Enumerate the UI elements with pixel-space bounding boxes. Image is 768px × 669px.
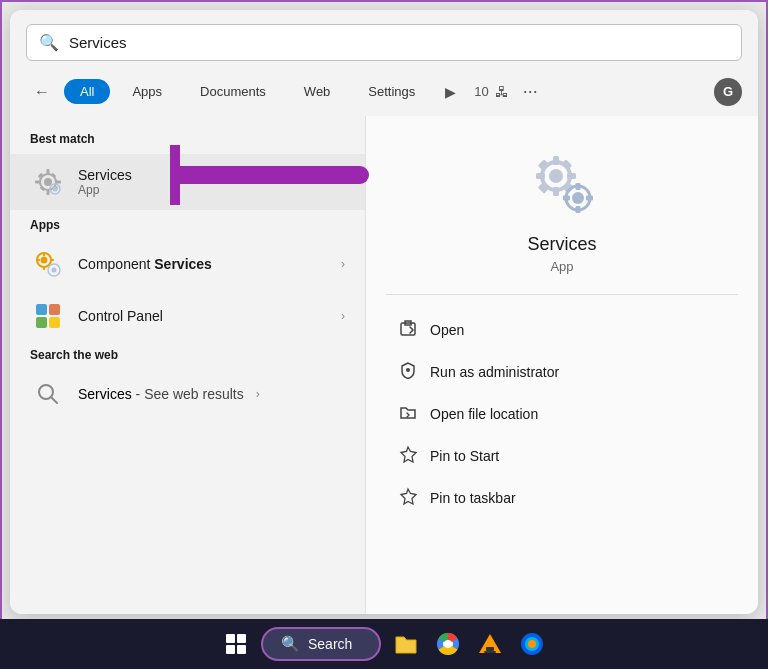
svg-point-19 [52, 268, 57, 273]
svg-rect-2 [47, 169, 50, 174]
svg-point-57 [528, 640, 536, 648]
svg-rect-31 [567, 173, 576, 179]
svg-rect-53 [486, 647, 494, 651]
open-label: Open [430, 322, 464, 338]
start-button[interactable] [219, 627, 253, 661]
app-preview-name: Services [527, 234, 596, 255]
divider [386, 294, 738, 295]
control-panel-item[interactable]: Control Panel › [10, 290, 365, 342]
search-bar-area: 🔍 [10, 10, 758, 71]
search-input-wrap: 🔍 [26, 24, 742, 61]
svg-rect-34 [562, 159, 573, 170]
svg-point-11 [53, 187, 58, 192]
open-file-location-action[interactable]: Open file location [386, 395, 738, 433]
component-services-icon [30, 246, 66, 282]
filter-documents[interactable]: Documents [184, 79, 282, 104]
svg-rect-5 [56, 181, 61, 184]
taskbar-search-button[interactable]: 🔍 Search [261, 627, 381, 661]
filter-web[interactable]: Web [288, 79, 347, 104]
svg-rect-40 [563, 196, 570, 201]
svg-rect-46 [237, 634, 246, 643]
svg-rect-30 [536, 173, 545, 179]
action-list: Open Run as administrator [386, 311, 738, 517]
filter-all[interactable]: All [64, 79, 110, 104]
svg-point-13 [41, 257, 48, 264]
web-section-label: Search the web [10, 342, 365, 368]
best-match-label: Best match [10, 126, 365, 152]
svg-rect-28 [553, 156, 559, 165]
svg-rect-16 [36, 259, 40, 261]
best-match-item[interactable]: Services App [10, 154, 365, 210]
svg-rect-21 [49, 304, 60, 315]
firefox-icon[interactable] [515, 627, 549, 661]
filter-bar: ← All Apps Documents Web Settings ▶ 10 🖧… [10, 71, 758, 116]
web-search-icon [30, 376, 66, 412]
svg-rect-15 [43, 266, 45, 270]
svg-rect-47 [226, 645, 235, 654]
svg-rect-41 [586, 196, 593, 201]
shield-icon [398, 361, 418, 383]
run-as-admin-action[interactable]: Run as administrator [386, 353, 738, 391]
apps-section-label: Apps [10, 212, 365, 238]
pin-to-taskbar-label: Pin to taskbar [430, 490, 516, 506]
vlc-icon[interactable] [473, 627, 507, 661]
svg-rect-29 [553, 187, 559, 196]
main-content: Best match [10, 116, 758, 614]
control-panel-icon [30, 298, 66, 334]
svg-rect-20 [36, 304, 47, 315]
chrome-icon[interactable] [431, 627, 465, 661]
pin-to-taskbar-action[interactable]: Pin to taskbar [386, 479, 738, 517]
svg-point-1 [44, 178, 52, 186]
svg-rect-54 [484, 651, 496, 653]
svg-rect-48 [237, 645, 246, 654]
best-match-subtitle: App [78, 183, 132, 197]
web-search-label: Services - See web results [78, 385, 244, 403]
taskbar-search-icon: 🔍 [281, 635, 300, 653]
svg-rect-23 [49, 317, 60, 328]
component-services-chevron: › [341, 257, 345, 271]
search-window: 🔍 ← All Apps Documents Web Settings ▶ 10… [10, 10, 758, 614]
back-button[interactable]: ← [26, 79, 58, 105]
search-input[interactable] [69, 34, 729, 51]
svg-rect-4 [35, 181, 40, 184]
pin-to-start-label: Pin to Start [430, 448, 499, 464]
web-search-item[interactable]: Services - See web results › [10, 368, 365, 420]
pin-to-start-action[interactable]: Pin to Start [386, 437, 738, 475]
svg-rect-45 [226, 634, 235, 643]
taskbar-search-label: Search [308, 636, 352, 652]
taskbar: 🔍 Search [0, 619, 768, 669]
control-panel-label: Control Panel [78, 308, 329, 324]
control-panel-chevron: › [341, 309, 345, 323]
filter-apps[interactable]: Apps [116, 79, 178, 104]
svg-point-43 [406, 368, 410, 372]
svg-point-37 [572, 192, 584, 204]
svg-rect-14 [43, 252, 45, 256]
left-panel: Best match [10, 116, 365, 614]
network-icon: 🖧 [495, 84, 509, 100]
run-as-admin-label: Run as administrator [430, 364, 559, 380]
play-button[interactable]: ▶ [437, 80, 464, 104]
component-services-item[interactable]: Component Services › [10, 238, 365, 290]
app-preview-icon [526, 146, 598, 218]
svg-rect-17 [50, 259, 54, 261]
open-icon [398, 319, 418, 341]
right-panel: Services App Open [365, 116, 758, 614]
svg-point-51 [444, 640, 452, 648]
app-preview-type: App [550, 259, 573, 274]
svg-rect-3 [47, 190, 50, 195]
pin-start-icon [398, 445, 418, 467]
folder-icon [398, 403, 418, 425]
svg-rect-38 [576, 183, 581, 190]
component-services-label: Component Services [78, 256, 329, 272]
search-icon: 🔍 [39, 33, 59, 52]
file-explorer-icon[interactable] [389, 627, 423, 661]
svg-rect-39 [576, 206, 581, 213]
svg-line-25 [51, 397, 57, 403]
filter-settings[interactable]: Settings [352, 79, 431, 104]
open-action[interactable]: Open [386, 311, 738, 349]
best-match-text: Services App [78, 167, 132, 197]
open-file-location-label: Open file location [430, 406, 538, 422]
best-match-title: Services [78, 167, 132, 183]
more-button[interactable]: ··· [515, 77, 546, 106]
user-avatar[interactable]: G [714, 78, 742, 106]
